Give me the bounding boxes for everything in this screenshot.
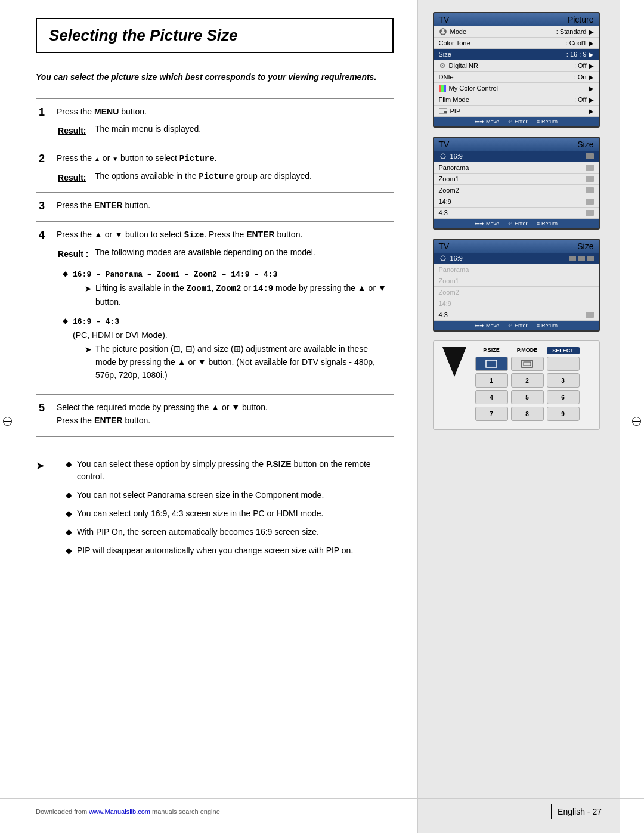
right-sidebar: TV Picture Mode : Standard ▶ C [417, 0, 620, 833]
remote-btn-6[interactable]: 6 [547, 390, 580, 404]
step-4-down: ▼ [114, 230, 123, 239]
step-num-2: 2 [36, 145, 54, 192]
step-num-5: 5 [36, 394, 54, 437]
tv-footer-move-label: Move [486, 119, 499, 125]
step-content-4: Press the ▲ or ▼ button to select Size. … [54, 221, 394, 394]
remote-btn-pmode[interactable] [511, 357, 544, 371]
footer-source-link[interactable]: www.Manualslib.com [89, 808, 150, 815]
remote-btn-5[interactable]: 5 [511, 390, 544, 404]
tv-size1-row-zoom1: Zoom1 [434, 174, 599, 185]
step-5-instruction: Select the required mode by pressing the… [57, 401, 391, 428]
tv-row-filmmode: Film Mode : Off ▶ [434, 94, 599, 106]
tv-row-size-value: : 16 : 9 ▶ [566, 51, 594, 58]
icon-a [569, 256, 576, 261]
step-2-down-arrow: ▼ [112, 156, 118, 162]
remote-labels-row: P.SIZE P.MODE SELECT [475, 347, 593, 354]
svg-rect-14 [524, 362, 531, 366]
remote-section: P.SIZE P.MODE SELECT 1 2 [433, 340, 600, 430]
footer-page-box: English - 27 [551, 804, 608, 819]
tv-row-digitalnr: Digital NR : Off ▶ [434, 60, 599, 72]
tv-row-mode-value: : Standard ▶ [556, 28, 594, 35]
tv-footer-1: ⬅➡ Move ↩ Enter ≡ Return [434, 117, 599, 126]
tv-size-arrow: ▶ [589, 51, 594, 58]
step-2-result-label: Result: [58, 170, 94, 184]
tv-header-2-left: TV [439, 140, 450, 149]
remote-btn-2[interactable]: 2 [511, 373, 544, 388]
remote-btn-1[interactable]: 1 [475, 373, 508, 388]
step-content-2: Press the ▲ or ▼ button to select Pictur… [54, 145, 394, 192]
footer-notes-wrapper: ➤ ◆ You can select these option by simpl… [36, 458, 394, 563]
149-code: 14:9 [253, 284, 274, 293]
tv-footer-2-enter: ↩ Enter [508, 221, 528, 227]
tv-size1-43-icon [586, 210, 594, 216]
tv-size2-row-panorama: Panorama [434, 264, 599, 275]
zoom2-code: Zoom2 [216, 284, 241, 293]
tv-body-3: 16:9 Panorama Zoom1 Zoom2 [434, 253, 599, 321]
step-2-result-row: Result: The options available in the Pic… [58, 170, 312, 184]
step-num-4: 4 [36, 221, 54, 394]
step-4-result-label: Result : [58, 246, 94, 261]
step-row-5: 5 Select the required mode by pressing t… [36, 394, 394, 437]
step-num-3: 3 [36, 192, 54, 221]
remote-btn-9[interactable]: 9 [547, 407, 580, 421]
remote-btn-select[interactable] [547, 357, 580, 371]
remote-btn-7[interactable]: 7 [475, 407, 508, 421]
arrow-text-1: Lifting is available in the Zoom1, Zoom2… [95, 281, 391, 309]
step-3-bold: ENTER [94, 200, 122, 210]
step-row-3: 3 Press the ENTER button. [36, 192, 394, 221]
step-1-instruction: Press the MENU button. [57, 105, 391, 118]
tv-footer-enter-label: Enter [515, 119, 528, 125]
step-2-result-text: The options available in the Picture gro… [95, 170, 312, 184]
step-2-up-arrow: ▲ [94, 156, 100, 162]
step-3-instruction: Press the ENTER button. [57, 199, 391, 212]
tv-size2-row-149: 14:9 [434, 298, 599, 309]
remote-v-shape [442, 347, 466, 377]
footer-diamond-3: ◆ [66, 507, 72, 520]
remote-btn-row-2: 1 2 3 [475, 373, 593, 388]
tv-row-colortone: Color Tone : Cool1 ▶ [434, 38, 599, 49]
tv-row-mode-arrow: ▶ [589, 29, 594, 35]
footer-bullet-4: ◆ With PIP On, the screen automatically … [66, 526, 394, 538]
footer-arrow-icon: ➤ [36, 459, 45, 472]
step-content-3: Press the ENTER button. [54, 192, 394, 221]
step-row-2: 2 Press the ▲ or ▼ button to select Pict… [36, 145, 394, 192]
remote-btn-3[interactable]: 3 [547, 373, 580, 388]
step-num-1: 1 [36, 99, 54, 145]
steps-table: 1 Press the MENU button. Result: The mai… [36, 98, 394, 437]
footer-source: Downloaded from www.Manualslib.com manua… [36, 808, 220, 815]
tv-row-mycolor: My Color Control ▶ [434, 83, 599, 94]
tv-footer-move: ⬅➡ Move [475, 119, 499, 125]
bullet-2-text: 16:9 – 4:3 [73, 317, 119, 326]
svg-rect-9 [444, 111, 447, 113]
step-4-up: ▲ [94, 230, 103, 239]
remote-btn-4[interactable]: 4 [475, 390, 508, 404]
step-4-enter: ENTER [246, 230, 274, 239]
step-content-1: Press the MENU button. Result: The main … [54, 99, 394, 145]
step-2-result-table: Result: The options available in the Pic… [57, 169, 313, 185]
remote-buttons: P.SIZE P.MODE SELECT 1 2 [475, 347, 593, 423]
tv-size1-169-icon [586, 153, 594, 159]
step-1-result-text: The main menu is displayed. [95, 123, 201, 137]
step-5-enter: ENTER [94, 416, 122, 425]
remote-btn-psize[interactable] [475, 357, 508, 371]
remote-btn-8[interactable]: 8 [511, 407, 544, 421]
tv-row-size: Size : 16 : 9 ▶ [434, 49, 599, 60]
bullet-1-content: 16:9 – Panorama – Zoom1 – Zoom2 – 14:9 –… [73, 267, 391, 311]
footer-bullet-4-text: With PIP On, the screen automatically be… [77, 526, 319, 538]
tv-size1-zoom2-icon [586, 187, 594, 193]
tv-row-dnie-value: : On ▶ [574, 73, 594, 80]
arrow-bullet-2: ➤ The picture position (⊡, ⊟) and size (… [85, 342, 391, 382]
remote-label-psize: P.SIZE [475, 347, 508, 354]
arrow-sym-2: ➤ [85, 343, 92, 356]
footer-bullet-1-text: You can select these option by simply pr… [77, 458, 394, 483]
tv-header-1-right: Picture [568, 15, 594, 24]
remote-label-pmode: P.MODE [511, 347, 544, 354]
psize-bold: P.SIZE [266, 459, 292, 469]
tv-row-mode-left: Mode [439, 28, 467, 35]
footer-bullet-5: ◆ PIP will disappear automatically when … [66, 544, 394, 557]
step-row-4: 4 Press the ▲ or ▼ button to select Size… [36, 221, 394, 394]
footer-diamond-5: ◆ [66, 544, 72, 557]
footer-notes: ➤ ◆ You can select these option by simpl… [36, 452, 394, 563]
step-2-picture-code: Picture [179, 154, 215, 163]
tv-size1-zoom1-icon [586, 176, 594, 182]
